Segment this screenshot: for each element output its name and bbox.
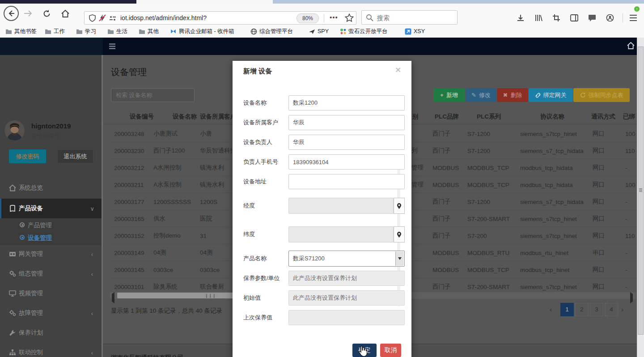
sidebar-collapse-button[interactable] — [109, 41, 119, 51]
page-actions-icon[interactable]: ••• — [330, 13, 338, 21]
col-header-device-name[interactable]: 设备名称 — [173, 113, 197, 121]
table-row[interactable]: 管理 MODBUS MODBUS_TCP modbus_tcp_hidata 网… — [411, 176, 637, 193]
zoom-level-badge[interactable]: 80% — [297, 13, 319, 23]
phone-input[interactable] — [288, 154, 405, 170]
latitude-input[interactable] — [288, 226, 394, 242]
navbar-home-icon[interactable] — [627, 42, 635, 49]
account-button[interactable] — [605, 13, 615, 23]
scroll-left-arrow[interactable] — [112, 294, 114, 302]
col-header-plc-series[interactable]: PLC系列 — [477, 113, 501, 121]
table-row[interactable]: MODBUS MODBUS_TCP modbus_tcp_hinet 网口 - — [411, 261, 637, 278]
permissions-icon[interactable] — [110, 16, 116, 21]
bookmark-folder[interactable]: 工作 — [45, 25, 65, 38]
change-password-button[interactable]: 修改密码 — [9, 149, 46, 163]
menu-button[interactable] — [628, 13, 639, 23]
delete-button[interactable]: ✖删除 — [497, 88, 528, 102]
table-row[interactable]: 200003152 控制demo 31 — [110, 227, 233, 244]
bookmark-spy[interactable]: SPY — [309, 25, 329, 38]
col-header-plc-brand[interactable]: PLC品牌 — [435, 113, 459, 121]
col-header-customer[interactable]: 设备所属客户 — [200, 113, 233, 121]
address-input[interactable] — [288, 174, 405, 189]
latitude-map-button[interactable] — [394, 226, 405, 242]
sidebar-item-config[interactable]: 组态管理 ‹ — [0, 265, 103, 283]
product-select[interactable]: 数采S71200 — [288, 251, 405, 267]
table-row[interactable]: MODBUS MODBUS_RTU modbus_rtu_hinet 串口 - — [411, 244, 637, 261]
table-row[interactable]: 西门子 S7-200-SMART siemens_s7tcp_hinet 网口 … — [411, 210, 637, 227]
search-bar[interactable] — [361, 10, 458, 25]
bookmark-folder[interactable]: 学习 — [76, 25, 96, 38]
bookmark-folder[interactable]: 其他 — [139, 25, 159, 38]
blocked-plugin-icon[interactable] — [99, 14, 106, 22]
device-name-input[interactable] — [288, 95, 405, 110]
logout-button[interactable]: 退出系统 — [57, 149, 93, 163]
table-row[interactable]: 200003212 A水闸控制 镇海水利 — [110, 159, 233, 176]
device-search-input[interactable] — [111, 88, 195, 102]
scroll-right-arrow[interactable] — [630, 294, 633, 302]
sidebar-item-product-device[interactable]: 产品设备 ∨ — [0, 199, 104, 218]
home-button[interactable] — [61, 9, 70, 20]
sidebar-item-linkage[interactable]: 联动控制 ‹ — [0, 344, 103, 357]
chat-extension-button[interactable] — [587, 13, 597, 23]
sidebar-item-product-mgmt[interactable]: 产品管理 — [0, 219, 103, 232]
col-header-bound[interactable]: 已绑 — [623, 113, 637, 121]
table-row[interactable]: 200003211 A水泵控制 镇海水利 — [110, 176, 233, 193]
table-row[interactable]: 200003145 0303ce 0303ce — [110, 261, 233, 278]
force-sync-button[interactable]: 强制同步点表 — [573, 88, 630, 102]
sidebar-item-device-mgmt[interactable]: 设备管理 — [0, 232, 103, 244]
sidebar-item-fault[interactable]: 故障管理 ‹ — [0, 304, 103, 322]
longitude-map-button[interactable] — [394, 198, 405, 214]
table-row[interactable]: 西门子 S7-200-SMART siemens_s7tcp_hinet 网口 … — [411, 278, 637, 291]
bookmark-folder[interactable]: 其他书签 — [5, 25, 37, 38]
edit-button[interactable]: ✎修改 — [466, 88, 496, 102]
bookmark-ezviz[interactable]: 萤石云开放平台 — [340, 25, 388, 38]
screenshot-button[interactable] — [551, 13, 562, 23]
bookmark-star-icon[interactable] — [345, 13, 354, 22]
modal-cancel-button[interactable]: 取消 — [380, 344, 401, 357]
bind-gateway-button[interactable]: 绑定网关 — [529, 88, 573, 102]
download-button[interactable] — [515, 13, 526, 23]
bookmark-xsy[interactable]: XSY — [405, 25, 425, 38]
longitude-input[interactable] — [288, 198, 394, 214]
table-row[interactable]: 200003230 西门子1200 华辰智通科技 — [110, 142, 233, 159]
col-header-protocol[interactable]: 协议名称 — [540, 113, 564, 121]
sidebar-item-overview[interactable]: 系统总览 — [0, 179, 103, 197]
table-row[interactable]: 西门子 S7-1200 siemens_s7tcp_hinet 网口 100 — [411, 125, 637, 142]
pagination-prev[interactable]: ‹ — [550, 303, 552, 316]
close-icon[interactable]: × — [395, 64, 401, 75]
reload-button[interactable] — [42, 9, 51, 20]
table-row[interactable]: 200003177 1200SSSSSS 1200S — [110, 193, 233, 210]
table-row[interactable]: 200003101 除臭系统 联合餐厨 — [110, 278, 233, 291]
shield-icon[interactable] — [89, 14, 96, 22]
pagination-page-2[interactable]: 2 — [575, 303, 589, 316]
table-row[interactable]: 列 西门子 S7-1200 siemens_s7_tcp_hidata 网口 1… — [411, 142, 637, 159]
sidebar-item-maintenance[interactable]: 保养计划 — [0, 324, 103, 342]
sidebar-item-video[interactable]: 视频管理 — [0, 285, 103, 302]
table-row[interactable]: 200003165 供水 医院 — [110, 210, 233, 227]
pagination-page-1[interactable]: 1 — [560, 303, 574, 316]
col-header-device-id[interactable]: 设备编号 — [130, 113, 154, 121]
search-input[interactable] — [376, 12, 454, 24]
add-button[interactable]: +新增 — [433, 88, 465, 102]
pagination-page-4[interactable]: 4 — [605, 303, 618, 316]
back-button[interactable] — [4, 6, 19, 21]
sidebar-toggle-button[interactable] — [569, 13, 580, 23]
pagination-page-3[interactable]: 3 — [590, 303, 603, 316]
library-button[interactable] — [533, 13, 544, 23]
active-tab[interactable] — [0, 0, 136, 4]
scroll-thumb[interactable] — [638, 47, 644, 335]
col-header-comm[interactable]: 通讯方式 — [591, 113, 615, 121]
sidebar-item-gateway[interactable]: 网关管理 ‹ — [0, 245, 103, 263]
table-row[interactable]: 200003149 04测 04测 — [110, 244, 233, 261]
bookmark-platform[interactable]: 综合管理平台 — [250, 25, 293, 38]
table-row[interactable]: 西门子 S7-200 siemens_s7tcp_hinet 网口 110 — [411, 227, 637, 244]
select-arrow-button[interactable] — [395, 251, 404, 266]
forward-button[interactable] — [23, 9, 32, 19]
bookmark-folder[interactable]: 生活 — [107, 25, 127, 38]
url-bar[interactable]: iot.idosp.net/admin/index.html? 80% ••• — [84, 11, 356, 25]
table-row[interactable]: 西门子 S7-1200 siemens_s7_tcp_hidata 网口 - — [411, 193, 637, 210]
table-row[interactable]: 管理 MODBUS MODBUS_TCP modbus_tcp_hidata 网… — [411, 159, 637, 176]
bookmark-tencent-mail[interactable]: 腾讯企业邮箱 - 收件箱 — [170, 25, 234, 38]
owner-input[interactable] — [288, 135, 405, 150]
window-scrollbar[interactable] — [637, 38, 644, 357]
customer-input[interactable] — [288, 115, 405, 130]
